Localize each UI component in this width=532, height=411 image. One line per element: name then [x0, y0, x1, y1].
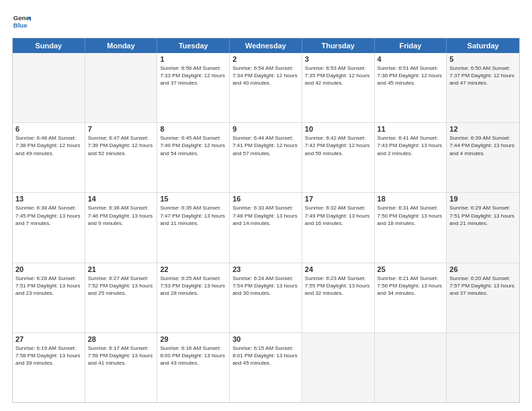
- day-info: Sunrise: 6:33 AM Sunset: 7:48 PM Dayligh…: [232, 204, 299, 227]
- calendar-cell-2-2: 7Sunrise: 6:47 AM Sunset: 7:39 PM Daylig…: [85, 123, 158, 192]
- day-number: 2: [232, 55, 299, 63]
- day-number: 6: [15, 125, 82, 133]
- day-info: Sunrise: 6:31 AM Sunset: 7:50 PM Dayligh…: [378, 204, 444, 227]
- calendar-cell-4-5: 24Sunrise: 6:23 AM Sunset: 7:55 PM Dayli…: [302, 263, 375, 332]
- calendar-cell-1-1: [13, 53, 85, 122]
- day-number: 5: [449, 55, 517, 63]
- day-info: Sunrise: 6:38 AM Sunset: 7:45 PM Dayligh…: [15, 204, 82, 227]
- day-number: 16: [232, 195, 299, 203]
- calendar-cell-2-1: 6Sunrise: 6:48 AM Sunset: 7:38 PM Daylig…: [13, 123, 85, 192]
- day-info: Sunrise: 6:20 AM Sunset: 7:57 PM Dayligh…: [449, 275, 517, 298]
- calendar-cell-1-2: [85, 53, 158, 122]
- day-info: Sunrise: 6:23 AM Sunset: 7:55 PM Dayligh…: [305, 275, 371, 298]
- day-info: Sunrise: 6:56 AM Sunset: 7:33 PM Dayligh…: [160, 64, 226, 87]
- calendar-cell-1-6: 4Sunrise: 6:51 AM Sunset: 7:36 PM Daylig…: [375, 53, 447, 122]
- calendar-week-4: 20Sunrise: 6:28 AM Sunset: 7:51 PM Dayli…: [13, 263, 519, 333]
- day-info: Sunrise: 6:36 AM Sunset: 7:46 PM Dayligh…: [88, 204, 154, 227]
- calendar-cell-2-4: 9Sunrise: 6:44 AM Sunset: 7:41 PM Daylig…: [230, 123, 302, 192]
- calendar-cell-4-7: 26Sunrise: 6:20 AM Sunset: 7:57 PM Dayli…: [447, 263, 519, 332]
- day-number: 26: [449, 265, 517, 273]
- day-info: Sunrise: 6:48 AM Sunset: 7:38 PM Dayligh…: [15, 134, 82, 157]
- calendar-header: SundayMondayTuesdayWednesdayThursdayFrid…: [13, 38, 519, 53]
- day-info: Sunrise: 6:28 AM Sunset: 7:51 PM Dayligh…: [15, 275, 82, 298]
- calendar-cell-2-3: 8Sunrise: 6:45 AM Sunset: 7:40 PM Daylig…: [157, 123, 230, 192]
- weekday-header-saturday: Saturday: [447, 38, 519, 53]
- day-info: Sunrise: 6:19 AM Sunset: 7:58 PM Dayligh…: [15, 345, 82, 367]
- day-info: Sunrise: 6:39 AM Sunset: 7:44 PM Dayligh…: [449, 134, 517, 157]
- day-number: 1: [160, 55, 226, 63]
- day-info: Sunrise: 6:29 AM Sunset: 7:51 PM Dayligh…: [449, 204, 517, 227]
- day-info: Sunrise: 6:54 AM Sunset: 7:34 PM Dayligh…: [232, 64, 299, 87]
- calendar-cell-1-4: 2Sunrise: 6:54 AM Sunset: 7:34 PM Daylig…: [230, 53, 302, 122]
- day-number: 15: [160, 195, 226, 203]
- calendar-cell-4-4: 23Sunrise: 6:24 AM Sunset: 7:54 PM Dayli…: [230, 263, 302, 332]
- day-number: 20: [15, 265, 82, 273]
- day-info: Sunrise: 6:25 AM Sunset: 7:53 PM Dayligh…: [160, 275, 226, 298]
- calendar-cell-3-6: 18Sunrise: 6:31 AM Sunset: 7:50 PM Dayli…: [375, 193, 447, 262]
- day-info: Sunrise: 6:44 AM Sunset: 7:41 PM Dayligh…: [232, 134, 299, 157]
- day-info: Sunrise: 6:32 AM Sunset: 7:49 PM Dayligh…: [305, 204, 371, 227]
- calendar-cell-3-5: 17Sunrise: 6:32 AM Sunset: 7:49 PM Dayli…: [302, 193, 375, 262]
- logo-icon: General Blue: [12, 12, 31, 31]
- day-info: Sunrise: 6:53 AM Sunset: 7:35 PM Dayligh…: [305, 64, 371, 87]
- day-info: Sunrise: 6:17 AM Sunset: 7:59 PM Dayligh…: [88, 345, 154, 367]
- weekday-header-thursday: Thursday: [302, 38, 375, 53]
- day-number: 30: [232, 335, 299, 343]
- calendar-cell-4-2: 21Sunrise: 6:27 AM Sunset: 7:52 PM Dayli…: [85, 263, 158, 332]
- calendar-cell-2-7: 12Sunrise: 6:39 AM Sunset: 7:44 PM Dayli…: [447, 123, 519, 192]
- day-number: 4: [378, 55, 444, 63]
- day-number: 21: [88, 265, 154, 273]
- day-number: 11: [378, 125, 444, 133]
- day-number: 29: [160, 335, 226, 343]
- day-number: 22: [160, 265, 226, 273]
- calendar-cell-5-2: 28Sunrise: 6:17 AM Sunset: 7:59 PM Dayli…: [85, 333, 158, 402]
- day-number: 10: [305, 125, 371, 133]
- calendar-week-2: 6Sunrise: 6:48 AM Sunset: 7:38 PM Daylig…: [13, 123, 519, 193]
- weekday-header-sunday: Sunday: [13, 38, 85, 53]
- day-info: Sunrise: 6:24 AM Sunset: 7:54 PM Dayligh…: [232, 275, 299, 298]
- day-info: Sunrise: 6:15 AM Sunset: 8:01 PM Dayligh…: [232, 345, 299, 367]
- calendar-cell-3-7: 19Sunrise: 6:29 AM Sunset: 7:51 PM Dayli…: [447, 193, 519, 262]
- day-number: 12: [449, 125, 517, 133]
- day-number: 23: [232, 265, 299, 273]
- day-number: 19: [449, 195, 517, 203]
- day-info: Sunrise: 6:21 AM Sunset: 7:56 PM Dayligh…: [378, 275, 444, 298]
- day-number: 7: [88, 125, 154, 133]
- calendar-week-5: 27Sunrise: 6:19 AM Sunset: 7:58 PM Dayli…: [13, 333, 519, 402]
- calendar-cell-3-4: 16Sunrise: 6:33 AM Sunset: 7:48 PM Dayli…: [230, 193, 302, 262]
- day-number: 9: [232, 125, 299, 133]
- calendar-cell-5-4: 30Sunrise: 6:15 AM Sunset: 8:01 PM Dayli…: [230, 333, 302, 402]
- calendar-cell-5-6: [375, 333, 447, 402]
- day-number: 27: [15, 335, 82, 343]
- calendar-cell-5-5: [302, 333, 375, 402]
- logo: General Blue: [12, 12, 34, 31]
- calendar-cell-2-6: 11Sunrise: 6:41 AM Sunset: 7:43 PM Dayli…: [375, 123, 447, 192]
- calendar-cell-4-3: 22Sunrise: 6:25 AM Sunset: 7:53 PM Dayli…: [157, 263, 230, 332]
- calendar-cell-1-7: 5Sunrise: 6:50 AM Sunset: 7:37 PM Daylig…: [447, 53, 519, 122]
- day-info: Sunrise: 6:42 AM Sunset: 7:42 PM Dayligh…: [305, 134, 371, 157]
- day-number: 17: [305, 195, 371, 203]
- calendar-week-1: 1Sunrise: 6:56 AM Sunset: 7:33 PM Daylig…: [13, 53, 519, 123]
- calendar-cell-4-6: 25Sunrise: 6:21 AM Sunset: 7:56 PM Dayli…: [375, 263, 447, 332]
- day-number: 14: [88, 195, 154, 203]
- calendar: SundayMondayTuesdayWednesdayThursdayFrid…: [12, 38, 520, 403]
- calendar-body: 1Sunrise: 6:56 AM Sunset: 7:33 PM Daylig…: [13, 53, 519, 402]
- calendar-cell-1-5: 3Sunrise: 6:53 AM Sunset: 7:35 PM Daylig…: [302, 53, 375, 122]
- calendar-cell-5-1: 27Sunrise: 6:19 AM Sunset: 7:58 PM Dayli…: [13, 333, 85, 402]
- day-number: 18: [378, 195, 444, 203]
- weekday-header-monday: Monday: [85, 38, 158, 53]
- day-info: Sunrise: 6:35 AM Sunset: 7:47 PM Dayligh…: [160, 204, 226, 227]
- calendar-cell-4-1: 20Sunrise: 6:28 AM Sunset: 7:51 PM Dayli…: [13, 263, 85, 332]
- day-number: 24: [305, 265, 371, 273]
- day-number: 28: [88, 335, 154, 343]
- day-number: 8: [160, 125, 226, 133]
- day-info: Sunrise: 6:51 AM Sunset: 7:36 PM Dayligh…: [378, 64, 444, 87]
- page-header: General Blue: [12, 12, 520, 31]
- weekday-header-tuesday: Tuesday: [157, 38, 230, 53]
- calendar-cell-2-5: 10Sunrise: 6:42 AM Sunset: 7:42 PM Dayli…: [302, 123, 375, 192]
- weekday-header-friday: Friday: [375, 38, 447, 53]
- calendar-cell-5-3: 29Sunrise: 6:16 AM Sunset: 8:00 PM Dayli…: [157, 333, 230, 402]
- calendar-cell-3-2: 14Sunrise: 6:36 AM Sunset: 7:46 PM Dayli…: [85, 193, 158, 262]
- weekday-header-wednesday: Wednesday: [230, 38, 302, 53]
- day-info: Sunrise: 6:45 AM Sunset: 7:40 PM Dayligh…: [160, 134, 226, 157]
